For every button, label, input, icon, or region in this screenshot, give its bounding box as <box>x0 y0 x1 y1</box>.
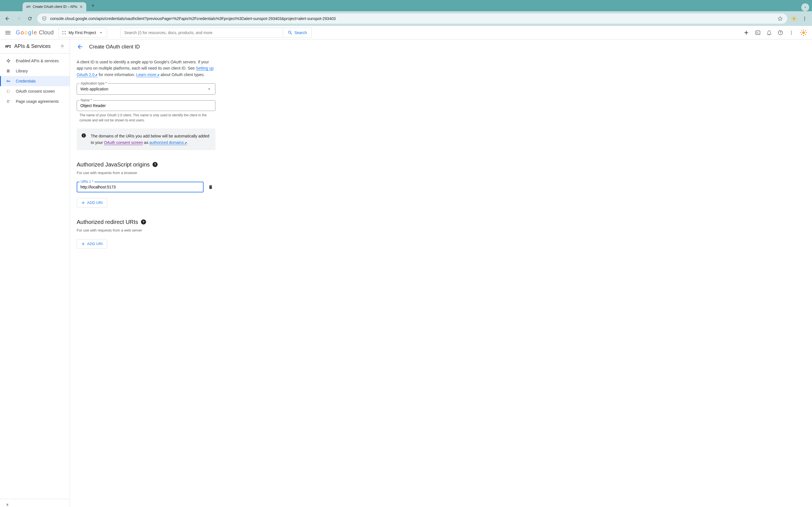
collapse-icon <box>6 503 10 507</box>
back-arrow-button[interactable] <box>77 43 84 50</box>
external-link-icon: ⬈ <box>95 73 98 76</box>
dropdown-icon <box>98 30 103 35</box>
sidebar-item-label: Page usage agreements <box>16 99 59 104</box>
search-input[interactable] <box>120 28 283 38</box>
svg-point-17 <box>65 33 66 34</box>
svg-rect-35 <box>9 69 9 73</box>
google-cloud-logo[interactable]: Google Cloud <box>16 29 54 36</box>
reload-button[interactable] <box>26 15 34 22</box>
intro-text: A client ID is used to identify a single… <box>77 59 215 78</box>
forward-button[interactable] <box>15 15 22 22</box>
browser-tab[interactable]: API Create OAuth client ID – APIs ✕ <box>22 2 86 11</box>
cloud-shell-icon[interactable] <box>755 30 761 36</box>
header-icons: ? <box>743 29 808 37</box>
dropdown-icon <box>207 87 212 92</box>
add-redirect-uri-button[interactable]: ADD URI <box>77 239 107 249</box>
key-icon <box>6 79 11 83</box>
plus-icon <box>81 242 86 246</box>
form-area: A client ID is used to identify a single… <box>70 54 222 253</box>
consent-screen-link[interactable]: OAuth consent screen <box>104 140 143 145</box>
redirect-uris-title: Authorized redirect URIs <box>77 219 138 225</box>
extension-sun-icon[interactable] <box>791 15 797 22</box>
notifications-icon[interactable] <box>766 30 772 36</box>
gemini-icon[interactable] <box>743 30 749 36</box>
search-button-label: Search <box>294 31 307 35</box>
search-button[interactable]: Search <box>283 28 311 38</box>
svg-line-9 <box>792 20 793 20</box>
svg-point-1 <box>45 18 45 18</box>
info-icon <box>81 133 86 138</box>
sidebar-item-library[interactable]: Library <box>0 66 70 76</box>
delete-uri-button[interactable] <box>208 184 213 189</box>
more-icon[interactable] <box>789 30 794 35</box>
add-uri-label: ADD URI <box>87 201 103 205</box>
authorized-domains-link[interactable]: authorized domains⬈ <box>149 140 187 145</box>
tab-strip: API Create OAuth client ID – APIs ✕ + <box>0 0 812 11</box>
learn-more-link[interactable]: Learn more⬈ <box>136 72 160 77</box>
svg-point-12 <box>804 18 805 19</box>
api-badge: API <box>5 44 11 48</box>
hamburger-menu-icon[interactable] <box>4 29 11 36</box>
uri-row: URIs 1 * <box>77 182 215 192</box>
sidebar-item-credentials[interactable]: Credentials <box>0 76 70 86</box>
search-container: Search <box>120 27 312 38</box>
library-icon <box>6 69 11 73</box>
account-sun-icon[interactable] <box>800 29 808 37</box>
browser-menu-icon[interactable] <box>801 15 809 22</box>
svg-point-39 <box>8 92 9 93</box>
uri-field: URIs 1 * <box>77 182 204 192</box>
external-link-icon: ⬈ <box>185 141 187 145</box>
svg-line-29 <box>801 30 802 31</box>
svg-point-41 <box>84 134 84 135</box>
browser-chrome: API Create OAuth client ID – APIs ✕ + co… <box>0 0 812 26</box>
svg-point-11 <box>804 17 805 17</box>
pin-icon[interactable] <box>60 44 64 49</box>
help-tooltip-icon[interactable]: ? <box>141 219 146 224</box>
svg-point-15 <box>65 31 66 32</box>
add-uri-label: ADD URI <box>87 242 103 246</box>
tab-overflow-button[interactable] <box>801 3 809 11</box>
help-icon[interactable]: ? <box>777 30 783 36</box>
svg-line-8 <box>795 20 796 20</box>
new-tab-button[interactable]: + <box>89 0 97 11</box>
url-bar[interactable]: console.cloud.google.com/apis/credential… <box>37 13 787 24</box>
svg-point-13 <box>804 20 805 20</box>
sidebar-item-enabled-apis[interactable]: Enabled APIs & services <box>0 56 70 66</box>
app-type-value: Web application <box>80 87 108 91</box>
svg-point-22 <box>791 32 792 33</box>
sidebar-item-label: Credentials <box>16 79 36 83</box>
add-js-uri-button[interactable]: ADD URI <box>77 198 107 208</box>
svg-line-30 <box>805 34 806 35</box>
sidebar-item-agreements[interactable]: Page usage agreements <box>0 96 70 107</box>
app-type-field: Application type * Web application <box>77 83 215 95</box>
svg-point-36 <box>7 80 8 82</box>
help-tooltip-icon[interactable]: ? <box>153 162 158 167</box>
url-bar-row: console.cloud.google.com/apis/credential… <box>0 11 812 26</box>
svg-point-16 <box>63 33 63 34</box>
close-icon[interactable]: ✕ <box>80 4 83 9</box>
svg-rect-33 <box>7 69 8 73</box>
name-input[interactable] <box>77 100 215 111</box>
js-origins-header: Authorized JavaScript origins ? <box>77 161 215 168</box>
uri-input[interactable] <box>77 182 204 192</box>
name-hint: The name of your OAuth 2.0 client. This … <box>77 113 215 123</box>
sidebar-item-label: Enabled APIs & services <box>16 59 59 63</box>
sidebar-collapse-button[interactable] <box>0 499 70 507</box>
sidebar-nav: Enabled APIs & services Library Credenti… <box>0 54 70 499</box>
sidebar-item-consent-screen[interactable]: OAuth consent screen <box>0 86 70 96</box>
tab-favicon: API <box>26 4 31 9</box>
sidebar: API APIs & Services Enabled APIs & servi… <box>0 40 70 507</box>
page-title: Create OAuth client ID <box>89 44 140 50</box>
project-selector[interactable]: My First Project <box>58 27 107 38</box>
sidebar-title: APIs & Services <box>14 43 57 49</box>
bookmark-icon[interactable] <box>777 16 783 21</box>
project-name: My First Project <box>68 31 96 35</box>
site-info-icon[interactable] <box>42 16 47 21</box>
consent-icon <box>6 89 11 94</box>
svg-rect-18 <box>756 31 760 34</box>
grid-icon <box>6 59 11 63</box>
back-button[interactable] <box>3 15 11 22</box>
plus-icon <box>81 201 86 205</box>
external-link-icon: ⬈ <box>157 73 160 76</box>
svg-line-7 <box>792 17 793 17</box>
